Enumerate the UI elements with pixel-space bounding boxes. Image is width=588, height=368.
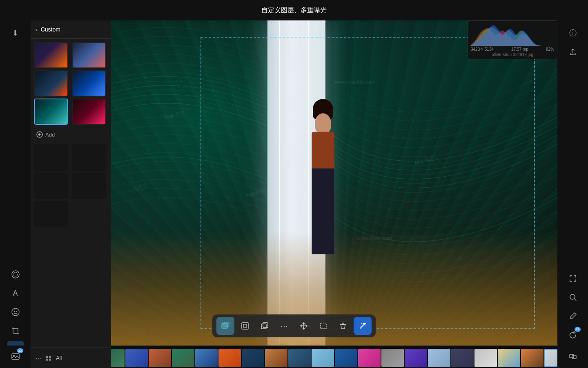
svg-rect-18: [263, 323, 268, 328]
all-label: All: [56, 355, 62, 361]
selection-crop-button[interactable]: [314, 317, 332, 335]
title-bar: 自定义图层、多重曝光: [0, 0, 588, 20]
zoom-level: 82%: [546, 47, 554, 52]
image-dimensions: 3423 × 5134: [471, 47, 494, 52]
layer-thumb-6[interactable]: [72, 99, 106, 125]
histogram-panel: 3423 × 5134 17.57 mp 82% oliver-shou-394…: [468, 20, 557, 59]
svg-point-2: [12, 308, 19, 316]
download-button[interactable]: ⬇: [7, 25, 24, 42]
person-head: [315, 113, 331, 134]
filmstrip-thumb-21[interactable]: [498, 349, 520, 367]
svg-rect-25: [572, 355, 576, 359]
main-canvas[interactable]: mac天空 www.mac69.com mac天空 www.fmac.com M…: [111, 20, 557, 346]
panel-bottom: ⋯ All: [31, 348, 111, 368]
more-options-ctx-button[interactable]: ⋯: [275, 317, 293, 335]
duplicate-button[interactable]: [256, 317, 274, 335]
crop-tool-button[interactable]: [7, 322, 24, 339]
photos-button[interactable]: 32: [7, 348, 24, 365]
filmstrip-thumb-10[interactable]: [242, 349, 264, 367]
rotate-cw-button[interactable]: 42: [564, 326, 581, 343]
svg-rect-10: [49, 356, 51, 358]
grid-icon: [45, 355, 52, 361]
right-toolbar: ⓘ 42: [557, 20, 588, 368]
filmstrip-thumb-18[interactable]: [428, 349, 450, 367]
svg-rect-24: [570, 355, 574, 358]
left-panel: ‹ Custom Add: [31, 20, 111, 368]
face-tool-button[interactable]: [7, 303, 24, 321]
photos-badge: 32: [17, 348, 23, 353]
bottom-right: [557, 346, 588, 368]
info-button[interactable]: ⓘ: [564, 25, 581, 42]
svg-point-3: [13, 311, 14, 312]
svg-point-20: [364, 323, 366, 324]
move-button[interactable]: [295, 317, 313, 335]
layer-blend-button[interactable]: [216, 317, 234, 335]
empty-slot-2: [72, 144, 106, 171]
mask-tool-button[interactable]: [7, 266, 24, 283]
context-toolbar: ⋯: [212, 314, 376, 337]
filmstrip-thumb-9[interactable]: [218, 349, 241, 367]
histogram-display: [470, 23, 555, 46]
svg-point-21: [570, 294, 575, 299]
svg-point-4: [16, 311, 17, 312]
svg-point-0: [12, 271, 19, 278]
filmstrip-thumb-14[interactable]: [335, 349, 357, 367]
filmstrip-thumb-15[interactable]: [358, 349, 381, 367]
delete-button[interactable]: [334, 317, 352, 335]
histogram-svg: [470, 23, 555, 46]
resize-button[interactable]: [564, 348, 581, 365]
filmstrip-thumb-8[interactable]: [195, 349, 218, 367]
person-body: [312, 132, 334, 254]
bottom-left: 32: [0, 346, 31, 368]
filmstrip-thumb-17[interactable]: [405, 349, 427, 367]
svg-rect-9: [46, 356, 48, 358]
histogram-info: 3423 × 5134 17.57 mp 82%: [470, 47, 555, 52]
empty-rows: [31, 141, 111, 230]
filmstrip-thumb-6[interactable]: [149, 349, 171, 367]
frame-button[interactable]: [236, 317, 254, 335]
filmstrip-thumb-selected[interactable]: [544, 349, 557, 367]
brush-tool-button[interactable]: [564, 307, 581, 325]
panel-header: ‹ Custom: [31, 20, 111, 39]
main-image: mac天空 www.mac69.com mac天空 www.fmac.com M…: [111, 20, 557, 346]
filmstrip-thumb-12[interactable]: [288, 349, 311, 367]
filmstrip-thumb-22[interactable]: [521, 349, 543, 367]
filmstrip-thumb-20[interactable]: [474, 349, 497, 367]
text-tool-button[interactable]: A: [7, 285, 24, 302]
svg-rect-12: [49, 359, 51, 361]
svg-rect-16: [243, 324, 247, 328]
add-label: Add: [45, 132, 55, 138]
person-figure: [298, 99, 347, 254]
layer-thumb-5[interactable]: [34, 99, 68, 125]
add-layer-button[interactable]: Add: [31, 128, 111, 141]
svg-rect-14: [224, 322, 229, 327]
filmstrip-thumb-13[interactable]: [312, 349, 334, 367]
filmstrip-thumb-5[interactable]: [125, 349, 148, 367]
svg-rect-11: [46, 359, 48, 361]
wand-button[interactable]: [354, 317, 372, 335]
back-button[interactable]: ‹: [36, 26, 38, 33]
layer-grid: [31, 39, 111, 128]
svg-point-1: [13, 272, 18, 276]
app-title: 自定义图层、多重曝光: [261, 6, 327, 15]
layer-thumb-2[interactable]: [72, 42, 106, 68]
empty-slot-1: [34, 144, 68, 171]
filmstrip-thumb-11[interactable]: [265, 349, 287, 367]
svg-rect-15: [242, 323, 248, 329]
search-tool-button[interactable]: [564, 289, 581, 306]
empty-slot-3: [34, 173, 68, 199]
empty-slot-5: [34, 201, 68, 227]
panel-title: Custom: [41, 26, 60, 33]
more-options-button[interactable]: ⋯: [36, 355, 41, 361]
export-button[interactable]: [564, 43, 581, 61]
fit-view-button[interactable]: [564, 270, 581, 287]
filename-info: oliver-shou-394919.jpg: [470, 52, 555, 57]
filmstrip-thumb-16[interactable]: [381, 349, 404, 367]
empty-slot-4: [72, 173, 106, 199]
filmstrip-thumb-7[interactable]: [172, 349, 194, 367]
layer-thumb-1[interactable]: [34, 42, 68, 68]
rotate-badge: 42: [575, 327, 581, 332]
filmstrip-thumb-19[interactable]: [451, 349, 474, 367]
layer-thumb-3[interactable]: [34, 70, 68, 96]
layer-thumb-4[interactable]: [72, 70, 106, 96]
